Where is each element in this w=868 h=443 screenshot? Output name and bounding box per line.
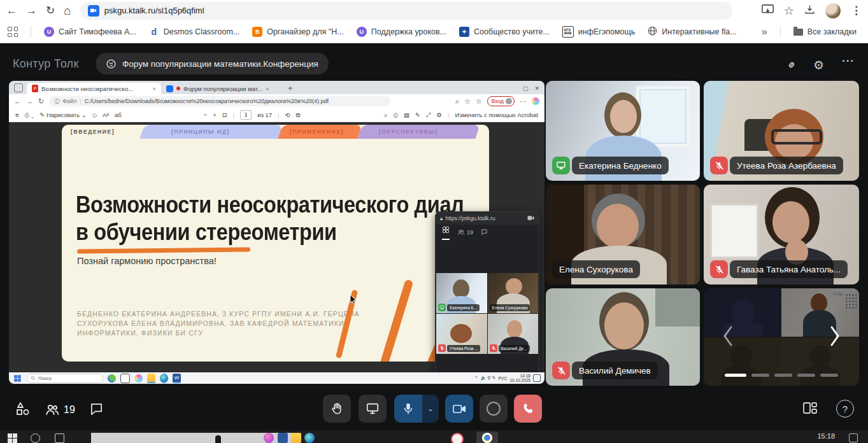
taskbar-clock[interactable]: 14:18 10.10.2025 xyxy=(509,374,530,383)
carousel-dot[interactable] xyxy=(774,374,792,377)
share-screen-button[interactable] xyxy=(359,395,387,423)
edge-forward-icon[interactable]: → xyxy=(26,98,33,105)
word-icon[interactable]: W xyxy=(173,374,181,383)
raise-hand-button[interactable] xyxy=(323,395,351,423)
notifications-icon[interactable] xyxy=(533,374,541,382)
tab-workspace-icon[interactable] xyxy=(14,83,23,92)
fit-page-icon[interactable]: ⊡ xyxy=(222,111,227,118)
task-view-icon[interactable] xyxy=(120,374,130,383)
home-icon[interactable]: ⌂ xyxy=(64,4,71,17)
back-icon[interactable]: ← xyxy=(6,5,17,16)
carousel-next-icon[interactable] xyxy=(829,325,841,349)
all-bookmarks-button[interactable]: Все закладки xyxy=(793,27,857,36)
os-start-icon[interactable] xyxy=(8,433,17,443)
page-number-field[interactable]: 1 xyxy=(240,110,252,120)
help-button[interactable]: ? xyxy=(836,400,854,418)
forward-icon[interactable]: → xyxy=(26,5,37,16)
pip-window[interactable]: 🔒︎ https://pskgu.ktalk.ru 19 xyxy=(435,211,539,384)
pdf-print-select-icon[interactable]: ⎙ ⌄ xyxy=(25,111,34,119)
pip-chat-tab[interactable] xyxy=(481,227,488,238)
participant-tile[interactable]: Елена Сухорукова xyxy=(546,185,700,285)
pdf-draw-button[interactable]: ✎ Нарисовать ⌄ xyxy=(39,111,86,118)
carousel-dot-active[interactable] xyxy=(725,374,746,377)
participant-tile[interactable]: Гаваза Татьяна Анатоль... xyxy=(704,185,859,285)
tab-close-icon[interactable]: × xyxy=(152,85,156,92)
room-title-pill[interactable]: Форум популяризации математики.Конференц… xyxy=(96,53,329,74)
bookmarks-overflow[interactable]: » xyxy=(762,26,767,38)
acrobat-button[interactable]: Изменить с помощью Acrobat xyxy=(455,111,538,118)
login-pill[interactable]: Вход xyxy=(487,96,515,106)
edge-menu-icon[interactable]: ⋯ xyxy=(520,98,527,105)
carousel-prev-icon[interactable] xyxy=(722,325,734,349)
os-edge-icon[interactable] xyxy=(304,433,315,443)
window-restore-icon[interactable]: ▢ xyxy=(523,85,529,92)
os-folder-icon[interactable] xyxy=(291,433,301,443)
layout-button[interactable] xyxy=(802,401,818,418)
pdf-settings-icon[interactable]: ⚙ xyxy=(437,111,443,118)
window-close-icon[interactable]: ✕ xyxy=(534,85,539,92)
zoom-out-icon[interactable]: − xyxy=(204,111,208,118)
bookmark-item[interactable]: BОрганайзер для "Н... xyxy=(252,27,343,37)
participant-tile[interactable]: Екатерина Бедненко xyxy=(546,81,700,181)
carousel-dot[interactable] xyxy=(797,374,815,377)
pip-participants-tab[interactable]: 19 xyxy=(457,229,473,236)
pdf-save-icon[interactable]: ▤ xyxy=(404,111,409,118)
edge-url-field[interactable]: ⓘ Файл | C:/Users/bedne/Downloads/Возмож… xyxy=(49,96,390,106)
apps-grid-icon[interactable] xyxy=(8,27,18,37)
pdf-readaloud-icon[interactable]: аб xyxy=(115,111,122,118)
page-info-icon[interactable]: ⓘ xyxy=(54,98,59,105)
os-app-icon[interactable] xyxy=(451,433,464,443)
copilot-taskbar-icon[interactable] xyxy=(134,374,143,383)
camera-button[interactable] xyxy=(445,395,473,423)
whiteboard-shapes-icon[interactable] xyxy=(15,401,31,419)
favorite-star-icon[interactable]: ☆ xyxy=(464,98,471,105)
tab-close-icon[interactable]: × xyxy=(266,85,269,92)
cast-icon[interactable] xyxy=(762,4,774,17)
copilot-icon[interactable] xyxy=(532,97,539,105)
hangup-button[interactable] xyxy=(514,395,542,423)
explorer-icon[interactable] xyxy=(147,374,155,383)
bookmark-item[interactable]: ЕГЭИНФинфЕгэпомощь xyxy=(562,26,636,38)
bookmark-item[interactable]: UПоддержка уроков... xyxy=(357,27,446,37)
address-bar[interactable]: pskgu.ktalk.ru/sl1q5p6qfiml xyxy=(80,2,732,20)
pdf-menu-icon[interactable]: ≡ xyxy=(15,111,19,118)
edge-back-icon[interactable]: ← xyxy=(14,98,21,105)
participant-tile[interactable]: Василий Демичев xyxy=(546,288,700,386)
carousel-pagination[interactable] xyxy=(704,374,859,377)
settings-gear-icon[interactable]: ⚙ xyxy=(813,58,824,73)
edge-icon[interactable] xyxy=(160,374,168,383)
downloads-icon[interactable] xyxy=(804,4,815,17)
weather-icon[interactable] xyxy=(108,374,116,383)
zoom-search-icon[interactable]: ⌕ xyxy=(455,98,459,105)
pdf-search-icon[interactable]: ⌕ xyxy=(384,111,387,119)
edge-tab-conference[interactable]: Форум популяризации мат... × xyxy=(161,83,283,94)
new-tab-icon[interactable]: + xyxy=(288,83,293,93)
mic-options-chevron-icon[interactable]: ⌄ xyxy=(422,395,439,423)
participants-button[interactable]: 19 xyxy=(45,402,75,418)
bookmark-item[interactable]: Интерактивные fla... xyxy=(648,26,736,38)
start-icon[interactable] xyxy=(14,375,21,382)
reload-icon[interactable]: ↻ xyxy=(46,5,55,16)
keyboard-language[interactable]: РУС xyxy=(498,376,507,381)
pdf-expand-icon[interactable]: ⤢ xyxy=(426,111,431,119)
participant-tile[interactable]: Утеева Роза Азербаевна xyxy=(704,81,859,181)
pdf-saveas-icon[interactable]: ✎ xyxy=(415,111,420,118)
copy-link-icon[interactable] xyxy=(785,59,798,74)
chat-button[interactable] xyxy=(89,402,104,419)
bookmark-star-icon[interactable]: ☆ xyxy=(784,5,794,17)
pip-grid-tab-icon[interactable] xyxy=(442,225,450,240)
bookmark-item[interactable]: UСайт Тимофеева А... xyxy=(44,27,136,37)
pdf-text-icon[interactable]: Aᵃ xyxy=(103,111,109,118)
rotate-icon[interactable]: ⟲ xyxy=(285,111,290,118)
carousel-dot[interactable] xyxy=(751,374,769,377)
collections-icon[interactable]: ☆ xyxy=(476,98,482,105)
mic-button[interactable] xyxy=(394,395,422,423)
tray-chevron-icon[interactable]: ⌃ xyxy=(474,376,478,381)
record-button[interactable] xyxy=(480,395,508,423)
bookmark-item[interactable]: dDesmos Classroom... xyxy=(149,27,239,37)
edge-reload-icon[interactable]: ↻ xyxy=(38,98,44,105)
os-clock[interactable]: 15:18 xyxy=(817,432,835,440)
browser-menu-icon[interactable]: ⋮ xyxy=(851,5,862,16)
os-search-icon[interactable] xyxy=(31,433,40,443)
profile-avatar[interactable] xyxy=(825,3,841,18)
